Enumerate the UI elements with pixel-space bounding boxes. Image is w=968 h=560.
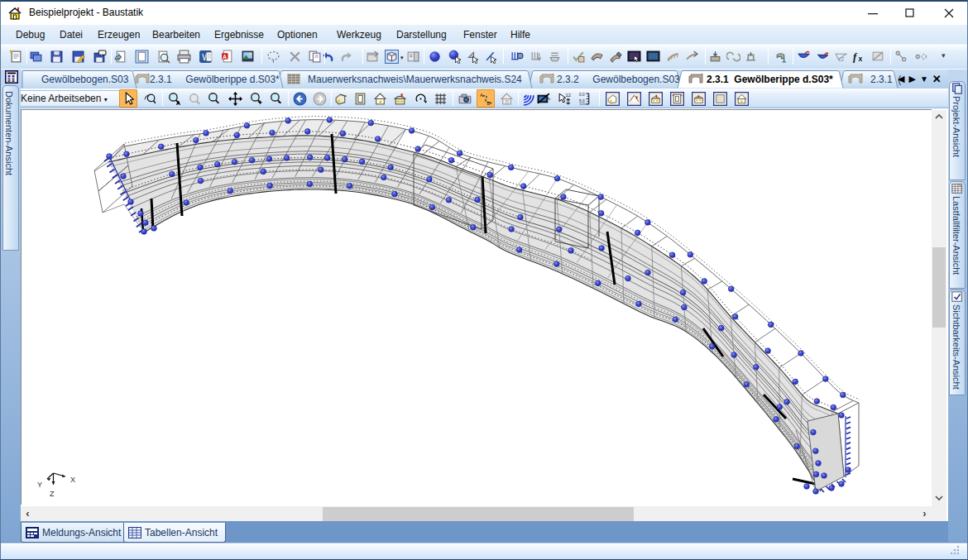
svg-text:Y: Y xyxy=(37,481,42,489)
svg-text:X: X xyxy=(70,476,75,484)
svg-text:Z: Z xyxy=(50,490,55,498)
